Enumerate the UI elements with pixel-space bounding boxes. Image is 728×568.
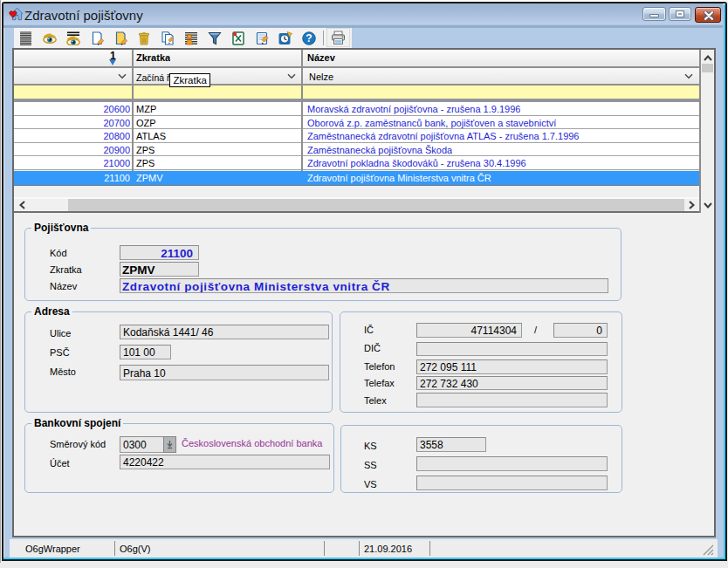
svg-text:?: ? — [306, 32, 312, 44]
